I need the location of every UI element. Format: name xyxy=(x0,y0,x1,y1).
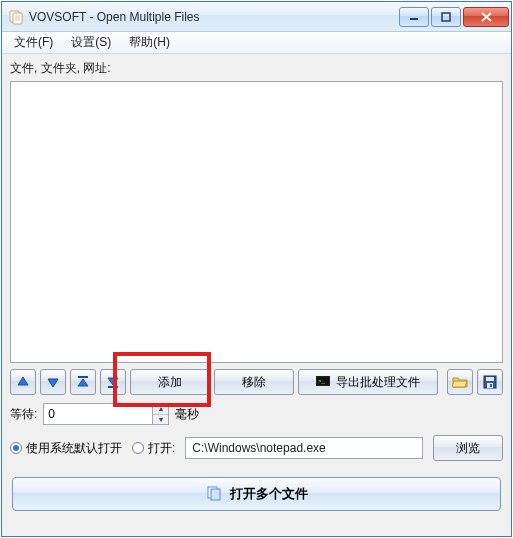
titlebar: VOVSOFT - Open Multiple Files xyxy=(2,2,511,32)
move-down-button[interactable] xyxy=(40,369,66,395)
menubar: 文件(F) 设置(S) 帮助(H) xyxy=(2,32,511,54)
open-with-path-input[interactable] xyxy=(185,437,423,459)
open-multiple-label: 打开多个文件 xyxy=(230,485,308,503)
browse-button[interactable]: 浏览 xyxy=(433,435,503,461)
file-list-textarea[interactable] xyxy=(10,81,503,363)
svg-rect-19 xyxy=(486,377,494,381)
menu-file[interactable]: 文件(F) xyxy=(6,32,61,53)
svg-rect-21 xyxy=(490,384,492,387)
svg-marker-13 xyxy=(108,378,118,385)
app-window: VOVSOFT - Open Multiple Files 文件(F) 设置(S… xyxy=(1,1,512,537)
radio-use-default-label: 使用系统默认打开 xyxy=(26,440,122,457)
export-batch-label: 导出批处理文件 xyxy=(336,374,420,391)
toolbar: 添加 移除 >_ 导出批处理文件 xyxy=(10,369,503,395)
wait-label: 等待: xyxy=(10,406,37,423)
wait-spinner[interactable]: ▲ ▼ xyxy=(153,403,169,425)
radio-dot-icon xyxy=(132,442,144,454)
wait-input[interactable] xyxy=(43,403,153,425)
main-action-wrap: 打开多个文件 xyxy=(10,473,503,511)
list-label: 文件, 文件夹, 网址: xyxy=(10,60,503,77)
client-area: 文件, 文件夹, 网址: 添加 移除 >_ 导出批处理文件 xyxy=(2,54,511,536)
browse-button-label: 浏览 xyxy=(456,440,480,457)
open-mode-row: 使用系统默认打开 打开: 浏览 xyxy=(10,435,503,461)
batch-icon: >_ xyxy=(316,375,330,390)
window-title: VOVSOFT - Open Multiple Files xyxy=(29,10,399,24)
add-button-label: 添加 xyxy=(158,374,182,391)
close-button[interactable] xyxy=(463,7,509,27)
remove-button[interactable]: 移除 xyxy=(214,369,294,395)
svg-marker-12 xyxy=(78,379,88,386)
svg-text:>_: >_ xyxy=(318,378,326,384)
window-controls xyxy=(399,7,509,27)
spinner-down-icon[interactable]: ▼ xyxy=(153,415,168,425)
svg-marker-10 xyxy=(48,379,58,387)
minimize-button[interactable] xyxy=(399,7,429,27)
export-batch-button[interactable]: >_ 导出批处理文件 xyxy=(298,369,438,395)
wait-unit: 毫秒 xyxy=(175,406,199,423)
svg-rect-6 xyxy=(442,13,450,21)
copy-files-icon xyxy=(206,485,222,504)
radio-open-with[interactable]: 打开: xyxy=(132,440,175,457)
spinner-up-icon[interactable]: ▲ xyxy=(153,404,168,415)
radio-use-default[interactable]: 使用系统默认打开 xyxy=(10,440,122,457)
wait-row: 等待: ▲ ▼ 毫秒 xyxy=(10,403,503,425)
maximize-button[interactable] xyxy=(431,7,461,27)
menu-help[interactable]: 帮助(H) xyxy=(121,32,178,53)
open-folder-button[interactable] xyxy=(447,369,473,395)
move-top-button[interactable] xyxy=(70,369,96,395)
svg-rect-23 xyxy=(211,489,220,500)
radio-open-with-label: 打开: xyxy=(148,440,175,457)
move-up-button[interactable] xyxy=(10,369,36,395)
app-icon xyxy=(8,9,24,25)
menu-settings[interactable]: 设置(S) xyxy=(63,32,119,53)
radio-dot-icon xyxy=(10,442,22,454)
move-bottom-button[interactable] xyxy=(100,369,126,395)
svg-marker-9 xyxy=(18,377,28,385)
save-button[interactable] xyxy=(477,369,503,395)
remove-button-label: 移除 xyxy=(242,374,266,391)
open-multiple-button[interactable]: 打开多个文件 xyxy=(12,477,501,511)
add-button[interactable]: 添加 xyxy=(130,369,210,395)
